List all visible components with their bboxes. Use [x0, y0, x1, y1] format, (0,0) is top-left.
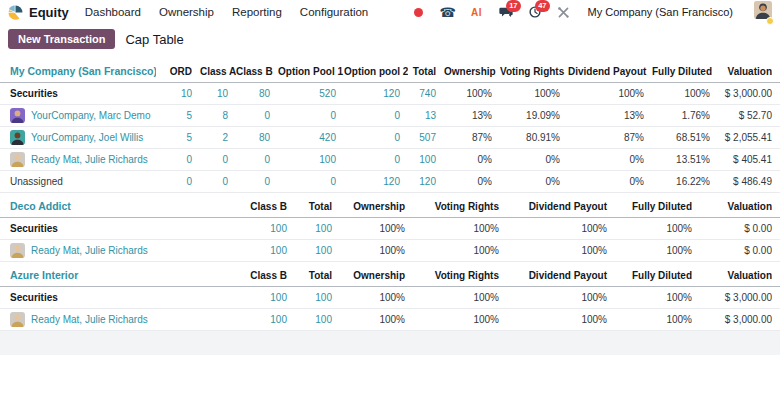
- share-count-value[interactable]: 120: [419, 176, 436, 187]
- metric-value: $ 3,000.00: [725, 314, 772, 325]
- share-count-value[interactable]: 0: [330, 176, 336, 187]
- share-count-value[interactable]: 80: [259, 88, 270, 99]
- column-header[interactable]: Dividend Payout: [507, 262, 615, 287]
- share-count-value[interactable]: 100: [270, 314, 287, 325]
- content-footer-strip: [0, 331, 780, 355]
- share-count-value[interactable]: 120: [383, 88, 400, 99]
- share-count-value[interactable]: 8: [222, 110, 228, 121]
- equity-app-logo-icon[interactable]: [8, 5, 23, 20]
- metric-value: 13.51%: [676, 154, 710, 165]
- column-header[interactable]: Voting Rights: [413, 262, 507, 287]
- metric-value: $ 2,055.41: [725, 132, 772, 143]
- share-count-value[interactable]: 5: [186, 132, 192, 143]
- metric-value: 19.09%: [526, 110, 560, 121]
- column-header[interactable]: Total: [295, 193, 340, 218]
- metric-value: 100%: [534, 88, 560, 99]
- share-count-value[interactable]: 10: [181, 88, 192, 99]
- share-count-value[interactable]: 0: [264, 176, 270, 187]
- metric-value: $ 0.00: [744, 223, 772, 234]
- ai-icon[interactable]: AI: [469, 4, 485, 20]
- column-header[interactable]: Voting Rights: [413, 193, 507, 218]
- column-header[interactable]: Valuation: [718, 58, 780, 83]
- column-header[interactable]: Voting Rights: [500, 58, 568, 83]
- share-count-value[interactable]: 0: [222, 176, 228, 187]
- share-count-value[interactable]: 100: [419, 154, 436, 165]
- shareholder-name[interactable]: YourCompany, Marc Demo: [31, 110, 151, 121]
- shareholder-name[interactable]: Ready Mat, Julie Richards: [31, 245, 148, 256]
- share-count-value[interactable]: 120: [383, 176, 400, 187]
- menu-ownership[interactable]: Ownership: [159, 6, 214, 18]
- share-count-value[interactable]: 13: [425, 110, 436, 121]
- share-count-value[interactable]: 507: [419, 132, 436, 143]
- app-name[interactable]: Equity: [29, 5, 69, 20]
- share-count-value[interactable]: 2: [222, 132, 228, 143]
- share-count-value[interactable]: 5: [186, 110, 192, 121]
- menu-dashboard[interactable]: Dashboard: [85, 6, 141, 18]
- menu-configuration[interactable]: Configuration: [300, 6, 368, 18]
- column-header[interactable]: Option Pool 1: [278, 58, 344, 83]
- metric-value: 100%: [581, 292, 607, 303]
- share-count-value[interactable]: 420: [319, 132, 336, 143]
- row-label: Securities: [10, 88, 58, 99]
- share-count-value[interactable]: 0: [264, 110, 270, 121]
- share-count-value[interactable]: 0: [186, 176, 192, 187]
- share-count-value[interactable]: 80: [259, 132, 270, 143]
- column-header[interactable]: ORD: [156, 58, 200, 83]
- shareholder-name[interactable]: Ready Mat, Julie Richards: [31, 154, 148, 165]
- column-header[interactable]: Class B: [236, 58, 278, 83]
- share-count-value[interactable]: 100: [315, 223, 332, 234]
- user-menu[interactable]: [754, 1, 772, 23]
- column-header[interactable]: Fully Diluted: [615, 262, 700, 287]
- share-count-value[interactable]: 100: [315, 245, 332, 256]
- column-header[interactable]: Ownership: [444, 58, 500, 83]
- column-header[interactable]: Total: [408, 58, 444, 83]
- menu-reporting[interactable]: Reporting: [232, 6, 282, 18]
- column-header[interactable]: Class A: [200, 58, 236, 83]
- share-count-value[interactable]: 100: [319, 154, 336, 165]
- column-header[interactable]: Valuation: [700, 193, 780, 218]
- section-header-row: My Company (San Francisco)ORDClass AClas…: [0, 58, 780, 83]
- share-count-value[interactable]: 0: [394, 110, 400, 121]
- share-count-value[interactable]: 0: [394, 154, 400, 165]
- column-header[interactable]: Fully Diluted: [652, 58, 718, 83]
- share-count-value[interactable]: 520: [319, 88, 336, 99]
- current-company[interactable]: My Company (San Francisco): [588, 6, 734, 18]
- phone-icon[interactable]: ☎: [440, 4, 456, 20]
- record-dot-icon[interactable]: [411, 4, 427, 20]
- new-transaction-button[interactable]: New Transaction: [8, 29, 115, 49]
- shareholder-row: Ready Mat, Julie Richards100100100%100%1…: [0, 240, 780, 262]
- column-header[interactable]: Total: [295, 262, 340, 287]
- metric-value: 100%: [473, 245, 499, 256]
- column-header[interactable]: Dividend Payout: [568, 58, 652, 83]
- column-header[interactable]: Ownership: [340, 193, 413, 218]
- share-count-value[interactable]: 100: [270, 292, 287, 303]
- metric-value: 0%: [478, 154, 492, 165]
- share-count-value[interactable]: 100: [270, 223, 287, 234]
- metric-value: 100%: [666, 314, 692, 325]
- column-header[interactable]: Class B: [180, 193, 295, 218]
- metric-value: 100%: [581, 223, 607, 234]
- column-header[interactable]: Ownership: [340, 262, 413, 287]
- activities-clock-icon[interactable]: 47: [527, 4, 543, 20]
- share-count-value[interactable]: 0: [186, 154, 192, 165]
- column-header[interactable]: Fully Diluted: [615, 193, 700, 218]
- column-header[interactable]: Option pool 2: [344, 58, 408, 83]
- column-header[interactable]: Valuation: [700, 262, 780, 287]
- share-count-value[interactable]: 100: [315, 292, 332, 303]
- column-header[interactable]: Dividend Payout: [507, 193, 615, 218]
- metric-value: $ 405.41: [733, 154, 772, 165]
- share-count-value[interactable]: 740: [419, 88, 436, 99]
- share-count-value[interactable]: 10: [217, 88, 228, 99]
- messages-icon[interactable]: 17: [498, 4, 514, 20]
- share-count-value[interactable]: 0: [222, 154, 228, 165]
- shareholder-name[interactable]: YourCompany, Joel Willis: [31, 132, 143, 143]
- share-count-value[interactable]: 0: [394, 132, 400, 143]
- share-count-value[interactable]: 0: [330, 110, 336, 121]
- share-count-value[interactable]: 100: [270, 245, 287, 256]
- share-count-value[interactable]: 100: [315, 314, 332, 325]
- tools-icon[interactable]: [556, 4, 572, 20]
- column-header[interactable]: Class B: [180, 262, 295, 287]
- shareholder-name[interactable]: Ready Mat, Julie Richards: [31, 314, 148, 325]
- share-count-value[interactable]: 0: [264, 154, 270, 165]
- shareholder-row: Ready Mat, Julie Richards00010001000%0%0…: [0, 149, 780, 171]
